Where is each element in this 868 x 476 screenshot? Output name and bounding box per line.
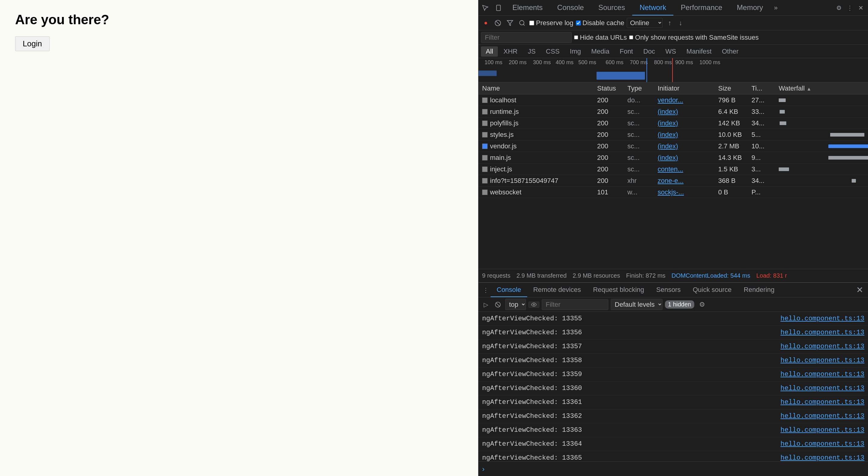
header-size[interactable]: Size bbox=[715, 85, 748, 92]
resource-tab-media[interactable]: Media bbox=[587, 46, 614, 57]
log-source[interactable]: hello.component.ts:13 bbox=[780, 357, 864, 364]
header-initiator[interactable]: Initiator bbox=[654, 85, 715, 92]
log-source[interactable]: hello.component.ts:13 bbox=[780, 412, 864, 420]
context-select[interactable]: top bbox=[505, 299, 526, 310]
table-row[interactable]: styles.js 200 sc... (index) 10.0 KB 5... bbox=[478, 129, 868, 141]
tab-sources[interactable]: Sources bbox=[591, 0, 632, 16]
tab-performance[interactable]: Performance bbox=[673, 0, 730, 16]
tab-memory[interactable]: Memory bbox=[730, 0, 771, 16]
console-settings-icon[interactable]: ⚙ bbox=[697, 301, 708, 308]
inspect-icon[interactable] bbox=[480, 2, 491, 13]
console-execute-icon[interactable]: ▷ bbox=[481, 300, 491, 309]
resource-tab-ws[interactable]: WS bbox=[661, 46, 681, 57]
drawer-menu-icon[interactable]: ⋮ bbox=[481, 285, 491, 295]
header-type[interactable]: Type bbox=[624, 85, 654, 92]
log-row[interactable]: ngAfterViewChecked: 13364 hello.componen… bbox=[478, 437, 868, 451]
tab-console[interactable]: Console bbox=[550, 0, 591, 16]
login-button[interactable]: Login bbox=[15, 36, 50, 51]
drawer-tab-request-blocking[interactable]: Request blocking bbox=[587, 283, 650, 297]
log-source[interactable]: hello.component.ts:13 bbox=[780, 426, 864, 434]
table-row[interactable]: main.js 200 sc... (index) 14.3 KB 9... bbox=[478, 152, 868, 163]
more-tabs-button[interactable]: » bbox=[770, 0, 781, 16]
record-button[interactable]: ● bbox=[481, 18, 491, 28]
drawer-tab-rendering[interactable]: Rendering bbox=[738, 283, 780, 297]
log-source[interactable]: hello.component.ts:13 bbox=[780, 343, 864, 350]
disable-cache-checkbox[interactable]: Disable cache bbox=[576, 19, 624, 27]
resource-tab-img[interactable]: Img bbox=[565, 46, 586, 57]
settings-icon[interactable]: ⚙ bbox=[834, 3, 844, 13]
log-source[interactable]: hello.component.ts:13 bbox=[780, 329, 864, 336]
log-row[interactable]: ngAfterViewChecked: 13355 hello.componen… bbox=[478, 312, 868, 326]
preserve-log-checkbox[interactable]: Preserve log bbox=[529, 19, 574, 27]
search-icon[interactable] bbox=[517, 18, 527, 28]
log-source[interactable]: hello.component.ts:13 bbox=[780, 385, 864, 392]
log-source[interactable]: hello.component.ts:13 bbox=[780, 454, 864, 462]
console-filter-input[interactable] bbox=[542, 299, 608, 310]
header-name[interactable]: Name bbox=[478, 85, 593, 92]
log-source[interactable]: hello.component.ts:13 bbox=[780, 440, 864, 448]
row-time: 3... bbox=[748, 165, 775, 173]
log-row[interactable]: ngAfterViewChecked: 13363 hello.componen… bbox=[478, 423, 868, 437]
requests-count: 9 requests bbox=[482, 272, 510, 279]
log-row[interactable]: ngAfterViewChecked: 13361 hello.componen… bbox=[478, 395, 868, 409]
log-row[interactable]: ngAfterViewChecked: 13358 hello.componen… bbox=[478, 354, 868, 367]
drawer-close-button[interactable]: ✕ bbox=[854, 285, 866, 295]
tab-network[interactable]: Network bbox=[632, 0, 673, 16]
eye-icon[interactable] bbox=[528, 302, 539, 308]
console-levels-select[interactable]: Default levels Verbose Info Warnings Err… bbox=[611, 299, 662, 310]
console-clear-icon[interactable] bbox=[493, 300, 503, 309]
resource-tab-js[interactable]: JS bbox=[523, 46, 540, 57]
download-icon[interactable]: ↓ bbox=[676, 19, 685, 27]
drawer-tab-remote-devices[interactable]: Remote devices bbox=[527, 283, 587, 297]
timeline-area[interactable]: 100 ms 200 ms 300 ms 400 ms 500 ms 600 m… bbox=[478, 58, 868, 82]
resource-type-tabs: All XHR JS CSS Img Media Font Doc WS Man… bbox=[478, 45, 868, 58]
log-row[interactable]: ngAfterViewChecked: 13365 hello.componen… bbox=[478, 451, 868, 462]
resource-tab-css[interactable]: CSS bbox=[541, 46, 564, 57]
log-row[interactable]: ngAfterViewChecked: 13357 hello.componen… bbox=[478, 340, 868, 354]
devtools-tab-bar: Elements Console Sources Network Perform… bbox=[478, 0, 868, 16]
resource-tab-other[interactable]: Other bbox=[717, 46, 743, 57]
resource-tab-all[interactable]: All bbox=[481, 46, 498, 57]
table-row[interactable]: runtime.js 200 sc... (index) 6.4 KB 33..… bbox=[478, 106, 868, 118]
row-initiator: (index) bbox=[654, 142, 715, 150]
hide-data-urls-checkbox[interactable]: Hide data URLs bbox=[574, 34, 627, 41]
row-initiator: conten... bbox=[654, 165, 715, 173]
row-size: 6.4 KB bbox=[715, 108, 748, 116]
filter-icon[interactable] bbox=[505, 18, 515, 28]
console-input[interactable] bbox=[487, 465, 864, 473]
resource-tab-xhr[interactable]: XHR bbox=[498, 46, 522, 57]
log-source[interactable]: hello.component.ts:13 bbox=[780, 315, 864, 323]
upload-icon[interactable]: ↑ bbox=[665, 19, 674, 27]
close-devtools-icon[interactable]: ✕ bbox=[856, 3, 866, 13]
table-row[interactable]: localhost 200 do... vendor... 796 B 27..… bbox=[478, 94, 868, 106]
log-source[interactable]: hello.component.ts:13 bbox=[780, 370, 864, 378]
log-source[interactable]: hello.component.ts:13 bbox=[780, 398, 864, 406]
throttle-select[interactable]: Online Offline Slow 3G Fast 3G bbox=[627, 18, 662, 28]
table-row[interactable]: polyfills.js 200 sc... (index) 142 KB 34… bbox=[478, 118, 868, 129]
filter-input[interactable] bbox=[481, 32, 572, 43]
header-status[interactable]: Status bbox=[593, 85, 624, 92]
hidden-count-badge[interactable]: 1 hidden bbox=[665, 300, 694, 308]
table-row[interactable]: inject.js 200 sc... conten... 1.5 KB 3..… bbox=[478, 163, 868, 175]
log-row[interactable]: ngAfterViewChecked: 13360 hello.componen… bbox=[478, 382, 868, 395]
tab-elements[interactable]: Elements bbox=[505, 0, 550, 16]
clear-button[interactable] bbox=[493, 18, 503, 28]
row-initiator: (index) bbox=[654, 131, 715, 139]
log-row[interactable]: ngAfterViewChecked: 13362 hello.componen… bbox=[478, 409, 868, 423]
header-waterfall[interactable]: Waterfall ▲ bbox=[775, 85, 868, 92]
table-row[interactable]: vendor.js 200 sc... (index) 2.7 MB 10... bbox=[478, 141, 868, 152]
log-row[interactable]: ngAfterViewChecked: 13356 hello.componen… bbox=[478, 326, 868, 340]
log-row[interactable]: ngAfterViewChecked: 13359 hello.componen… bbox=[478, 367, 868, 382]
header-time[interactable]: Ti... bbox=[748, 85, 775, 92]
drawer-tab-console[interactable]: Console bbox=[491, 283, 527, 297]
drawer-tab-sensors[interactable]: Sensors bbox=[650, 283, 687, 297]
table-row[interactable]: websocket 101 w... sockjs-... 0 B P... bbox=[478, 186, 868, 198]
resource-tab-doc[interactable]: Doc bbox=[638, 46, 660, 57]
resource-tab-font[interactable]: Font bbox=[615, 46, 638, 57]
drawer-tab-quick-source[interactable]: Quick source bbox=[687, 283, 738, 297]
only-samesite-checkbox[interactable]: Only show requests with SameSite issues bbox=[629, 34, 758, 41]
device-toggle-icon[interactable] bbox=[493, 2, 504, 13]
table-row[interactable]: info?t=1587155049747 200 xhr zone-e... 3… bbox=[478, 175, 868, 186]
resource-tab-manifest[interactable]: Manifest bbox=[682, 46, 716, 57]
options-icon[interactable]: ⋮ bbox=[845, 3, 855, 13]
